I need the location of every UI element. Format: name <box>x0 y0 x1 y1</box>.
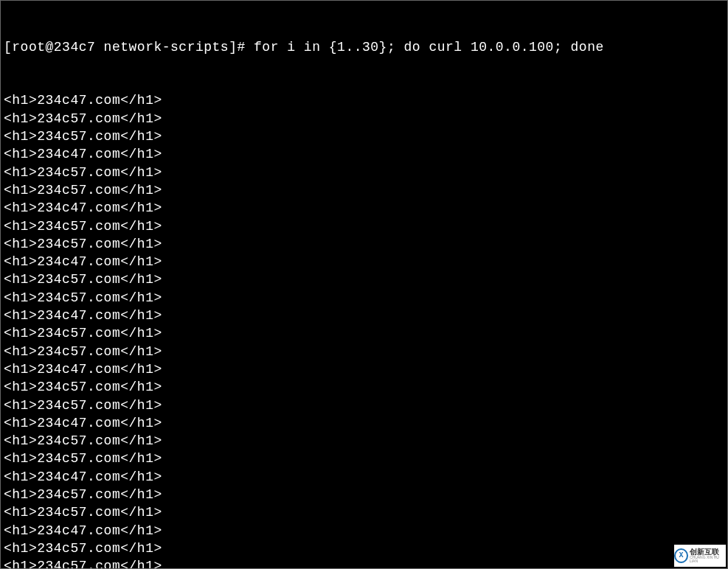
output-line: <h1>234c47.com</h1> <box>4 145 724 163</box>
output-line: <h1>234c47.com</h1> <box>4 414 724 432</box>
output-line: <h1>234c57.com</h1> <box>4 503 724 521</box>
output-line: <h1>234c47.com</h1> <box>4 468 724 486</box>
output-line: <h1>234c57.com</h1> <box>4 397 724 414</box>
shell-prompt: [root@234c7 network-scripts]# <box>4 40 254 55</box>
output-line: <h1>234c47.com</h1> <box>4 199 724 217</box>
watermark-text: 创新互联 CHUANG XIN HU LIAN <box>690 548 726 563</box>
terminal-window[interactable]: [root@234c7 network-scripts]# for i in {… <box>4 2 724 569</box>
output-line: <h1>234c57.com</h1> <box>4 181 724 199</box>
output-line: <h1>234c47.com</h1> <box>4 253 724 270</box>
output-line: <h1>234c57.com</h1> <box>4 235 724 253</box>
output-line: <h1>234c57.com</h1> <box>4 557 724 569</box>
output-line: <h1>234c57.com</h1> <box>4 110 724 128</box>
terminal-output: <h1>234c47.com</h1><h1>234c57.com</h1><h… <box>4 91 724 569</box>
output-line: <h1>234c47.com</h1> <box>4 91 724 109</box>
output-line: <h1>234c57.com</h1> <box>4 450 724 467</box>
command-line: [root@234c7 network-scripts]# for i in {… <box>4 38 724 56</box>
watermark-logo-letter: X <box>679 551 683 561</box>
output-line: <h1>234c57.com</h1> <box>4 289 724 307</box>
output-line: <h1>234c47.com</h1> <box>4 360 724 378</box>
watermark-en-text: CHUANG XIN HU LIAN <box>690 556 726 563</box>
output-line: <h1>234c57.com</h1> <box>4 343 724 360</box>
output-line: <h1>234c47.com</h1> <box>4 522 724 540</box>
output-line: <h1>234c57.com</h1> <box>4 270 724 288</box>
watermark-badge: X 创新互联 CHUANG XIN HU LIAN <box>674 545 726 567</box>
output-line: <h1>234c57.com</h1> <box>4 324 724 342</box>
watermark-logo-icon: X <box>674 548 688 563</box>
output-line: <h1>234c57.com</h1> <box>4 164 724 181</box>
output-line: <h1>234c57.com</h1> <box>4 378 724 396</box>
shell-command: for i in {1..30}; do curl 10.0.0.100; do… <box>254 40 604 55</box>
output-line: <h1>234c57.com</h1> <box>4 128 724 145</box>
output-line: <h1>234c57.com</h1> <box>4 217 724 235</box>
output-line: <h1>234c57.com</h1> <box>4 432 724 450</box>
output-line: <h1>234c57.com</h1> <box>4 486 724 503</box>
output-line: <h1>234c47.com</h1> <box>4 307 724 324</box>
output-line: <h1>234c57.com</h1> <box>4 540 724 557</box>
